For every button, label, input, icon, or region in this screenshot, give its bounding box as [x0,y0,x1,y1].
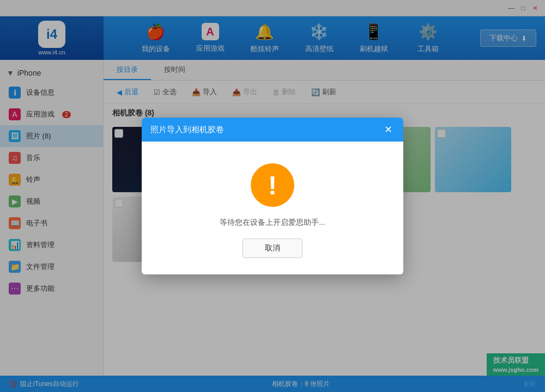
modal-message: 等待您在设备上开启爱思助手... [220,218,325,228]
modal: 照片导入到相机胶卷 ✕ ! 等待您在设备上开启爱思助手... 取消 [142,118,403,274]
modal-title: 照片导入到相机胶卷 [150,125,224,135]
modal-body: ! 等待您在设备上开启爱思助手... 取消 [142,142,403,274]
modal-overlay: 照片导入到相机胶卷 ✕ ! 等待您在设备上开启爱思助手... 取消 [0,0,545,392]
modal-cancel-button[interactable]: 取消 [243,238,302,258]
warning-icon: ! [251,163,294,207]
modal-close-button[interactable]: ✕ [382,123,395,136]
modal-header: 照片导入到相机胶卷 ✕ [142,118,403,142]
